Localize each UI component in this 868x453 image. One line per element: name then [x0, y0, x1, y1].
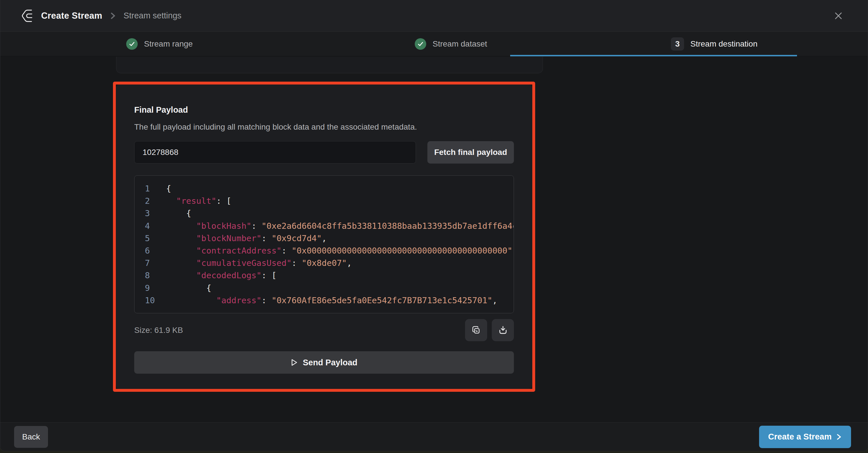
line-number: 3	[145, 207, 159, 220]
active-tab-underline	[510, 55, 797, 56]
code-text: "contractAddress": "0x000000000000000000…	[166, 245, 514, 257]
code-line: 7 "cumulativeGasUsed": "0x8de07",	[134, 257, 514, 269]
line-number: 9	[145, 282, 159, 294]
send-payload-button[interactable]: Send Payload	[134, 351, 514, 374]
code-line: 3 {	[134, 207, 514, 220]
line-number: 8	[145, 269, 159, 282]
tab-stream-destination[interactable]: 3 Stream destination	[671, 32, 757, 56]
code-text: {	[166, 282, 211, 294]
code-line: 10 "address": "0x760AfE86e5de5fa0Ee542fc…	[134, 294, 514, 307]
code-text: "decodedLogs": [	[166, 269, 277, 282]
tab-label: Stream dataset	[433, 39, 487, 49]
fetch-final-payload-button[interactable]: Fetch final payload	[427, 141, 514, 163]
line-number: 6	[145, 245, 159, 257]
download-payload-button[interactable]	[492, 319, 514, 341]
code-text: "blockHash": "0xe2a6d6604c8ffa5b33811038…	[166, 220, 514, 232]
line-number: 10	[145, 294, 159, 307]
step-complete-check-icon	[126, 38, 138, 50]
section-description: The full payload including all matching …	[134, 122, 514, 132]
code-text: "blockNumber": "0x9cd7d4",	[166, 232, 327, 245]
tab-label: Stream range	[144, 39, 193, 49]
code-line: 8 "decodedLogs": [	[134, 269, 514, 282]
line-number: 1	[145, 183, 159, 195]
chevron-right-icon	[836, 432, 842, 441]
create-stream-label: Create a Stream	[768, 432, 832, 442]
header: Create Stream Stream settings	[0, 0, 868, 32]
create-stream-button[interactable]: Create a Stream	[759, 426, 851, 448]
code-text: "result": [	[166, 195, 231, 207]
send-payload-label: Send Payload	[303, 358, 357, 367]
code-line: 6 "contractAddress": "0x0000000000000000…	[134, 245, 514, 257]
line-number: 5	[145, 232, 159, 245]
close-icon	[834, 11, 843, 21]
highlighted-region: Final Payload The full payload including…	[113, 82, 535, 392]
section-title: Final Payload	[134, 105, 514, 115]
line-number: 7	[145, 257, 159, 269]
create-stream-modal: Create Stream Stream settings Stream ran…	[0, 0, 868, 451]
line-number: 2	[145, 195, 159, 207]
page-title: Create Stream	[41, 11, 102, 21]
breadcrumb: Stream settings	[124, 11, 181, 21]
step-tabbar: Stream range Stream dataset 3 Stream des…	[0, 32, 868, 56]
download-icon	[498, 325, 508, 335]
code-line: 5 "blockNumber": "0x9cd7d4",	[134, 232, 514, 245]
final-payload-card: Final Payload The full payload including…	[116, 85, 532, 389]
block-number-input[interactable]	[134, 141, 416, 163]
streams-logo-icon	[20, 7, 36, 24]
play-icon	[290, 358, 298, 366]
fetch-row: Fetch final payload	[134, 141, 514, 163]
code-line: 2 "result": [	[134, 195, 514, 207]
copy-icon	[471, 325, 481, 335]
footer: Back Create a Stream	[0, 422, 868, 451]
line-number: 4	[145, 220, 159, 232]
code-text: {	[166, 183, 171, 195]
code-text: {	[166, 207, 191, 220]
breadcrumb-chevron-icon	[110, 11, 116, 21]
code-text: "address": "0x760AfE86e5de5fa0Ee542fc7B7…	[166, 294, 497, 307]
tab-stream-dataset[interactable]: Stream dataset	[415, 32, 487, 56]
code-text: "cumulativeGasUsed": "0x8de07",	[166, 257, 352, 269]
payload-code-viewer[interactable]: 1{2 "result": [3 {4 "blockHash": "0xe2a6…	[134, 175, 514, 313]
code-line: 9 {	[134, 282, 514, 294]
tab-label: Stream destination	[690, 39, 757, 49]
previous-section-card	[116, 57, 543, 73]
back-button[interactable]: Back	[14, 426, 48, 448]
copy-payload-button[interactable]	[465, 319, 487, 341]
payload-size-label: Size: 61.9 KB	[134, 326, 183, 335]
step-number-badge: 3	[671, 37, 684, 51]
payload-meta-row: Size: 61.9 KB	[134, 319, 514, 341]
main-content: Final Payload The full payload including…	[0, 57, 868, 422]
code-line: 4 "blockHash": "0xe2a6d6604c8ffa5b338110…	[134, 220, 514, 232]
code-line: 1{	[134, 183, 514, 195]
tab-stream-range[interactable]: Stream range	[126, 32, 193, 56]
close-button[interactable]	[832, 9, 845, 23]
step-complete-check-icon	[415, 38, 426, 50]
